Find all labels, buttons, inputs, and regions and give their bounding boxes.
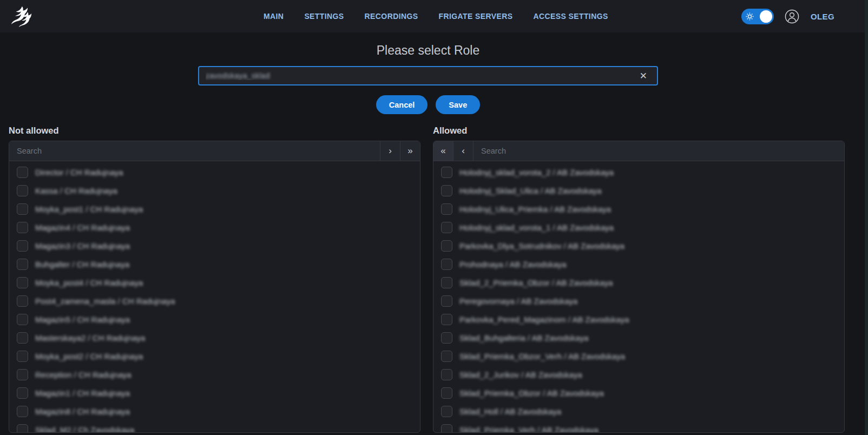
- item-label: Moyka_post1 / CH Radujnaya: [35, 205, 143, 214]
- toggle-knob: [760, 10, 772, 23]
- username-label[interactable]: OLEG: [811, 12, 834, 21]
- list-item[interactable]: Magazin1 / CH Radujnaya: [9, 384, 420, 402]
- list-item[interactable]: Sklad_M2 / Ch Zavodskaya: [9, 420, 420, 432]
- list-item[interactable]: Moyka_post2 / CH Radujnaya: [9, 347, 420, 365]
- item-checkbox[interactable]: [17, 332, 28, 344]
- user-avatar-icon[interactable]: [785, 9, 800, 24]
- item-checkbox[interactable]: [441, 222, 452, 233]
- item-label: Reception / CH Radujnaya: [35, 370, 131, 379]
- item-checkbox[interactable]: [441, 277, 452, 288]
- list-item[interactable]: Reception / CH Radujnaya: [9, 365, 420, 384]
- list-item[interactable]: Holodnyj_sklad_vorota_2 / AB Zavodskaya: [433, 163, 844, 181]
- list-item[interactable]: Post4_zamena_masla / CH Radujnaya: [9, 292, 420, 310]
- list-item[interactable]: Buhgalter / CH Radujnaya: [9, 255, 420, 273]
- list-item[interactable]: Sklad_2_Priemka_Obzor / AB Zavodskaya: [433, 273, 844, 292]
- item-checkbox[interactable]: [441, 314, 452, 325]
- app-logo-birds-icon[interactable]: [9, 4, 34, 28]
- item-label: Magazin4 / CH Radujnaya: [35, 223, 130, 232]
- item-checkbox[interactable]: [17, 406, 28, 417]
- list-item[interactable]: Magazin8 / CH Radujnaya: [9, 402, 420, 420]
- item-checkbox[interactable]: [441, 351, 452, 362]
- item-checkbox[interactable]: [441, 167, 452, 178]
- item-checkbox[interactable]: [17, 369, 28, 380]
- list-item[interactable]: Magazin4 / CH Radujnaya: [9, 218, 420, 236]
- move-selected-left-button[interactable]: ‹: [453, 141, 474, 161]
- nav-link[interactable]: SETTINGS: [304, 12, 344, 21]
- item-checkbox[interactable]: [441, 203, 452, 215]
- list-item[interactable]: Sklad_Holl / AB Zavodskaya: [433, 402, 844, 420]
- list-item[interactable]: Sklad_Priemka_Obzor_Verh / AB Zavodskaya: [433, 347, 844, 365]
- list-item[interactable]: Kassa / CH Radujnaya: [9, 181, 420, 200]
- list-item[interactable]: Magazin3 / CH Radujnaya: [9, 236, 420, 255]
- navbar-right-group: OLEG: [741, 0, 834, 32]
- nav-link[interactable]: ACCESS SETTINGS: [533, 12, 608, 21]
- list-item[interactable]: Masterskaya2 / CH Radujnaya: [9, 328, 420, 347]
- list-item[interactable]: Magazin5 / CH Radujnaya: [9, 310, 420, 328]
- item-checkbox[interactable]: [17, 185, 28, 196]
- item-checkbox[interactable]: [17, 277, 28, 288]
- cancel-button[interactable]: Cancel: [376, 95, 428, 114]
- list-item[interactable]: Sklad_Priemka_Verh / AB Zavodskaya: [433, 420, 844, 432]
- item-checkbox[interactable]: [441, 259, 452, 270]
- nav-link[interactable]: MAIN: [264, 12, 284, 21]
- list-item[interactable]: Parkovka_Pered_Magazinom / AB Zavodskaya: [433, 310, 844, 328]
- allowed-title: Allowed: [433, 126, 845, 136]
- item-label: Parkovka_Pered_Magazinom / AB Zavodskaya: [459, 315, 629, 324]
- item-checkbox[interactable]: [17, 167, 28, 178]
- item-checkbox[interactable]: [441, 295, 452, 307]
- list-item[interactable]: Sklad_2_Jurikov / AB Zavodskaya: [433, 365, 844, 384]
- list-item[interactable]: Moyka_post4 / CH Radujnaya: [9, 273, 420, 292]
- top-navbar: MAIN SETTINGS RECORDINGS FRIGATE SERVERS…: [0, 0, 868, 32]
- item-checkbox[interactable]: [441, 406, 452, 417]
- item-label: Masterskaya2 / CH Radujnaya: [35, 333, 145, 342]
- nav-link[interactable]: RECORDINGS: [365, 12, 418, 21]
- move-selected-right-button[interactable]: ›: [380, 141, 400, 161]
- list-item[interactable]: Peregovornaya / AB Zavodskaya: [433, 292, 844, 310]
- list-item[interactable]: Holodnyj_Sklad_Ulica / AB Zavodskaya: [433, 181, 844, 200]
- item-checkbox[interactable]: [17, 259, 28, 270]
- action-buttons: Cancel Save: [0, 95, 856, 114]
- item-checkbox[interactable]: [441, 387, 452, 399]
- item-checkbox[interactable]: [17, 424, 28, 433]
- item-checkbox[interactable]: [441, 332, 452, 344]
- theme-toggle[interactable]: [741, 9, 774, 24]
- item-label: Sklad_2_Priemka_Obzor / AB Zavodskaya: [459, 278, 613, 287]
- list-item[interactable]: Director / CH Radujnaya: [9, 163, 420, 181]
- item-label: Post4_zamena_masla / CH Radujnaya: [35, 296, 175, 306]
- item-checkbox[interactable]: [441, 369, 452, 380]
- list-item[interactable]: Sklad_Buhgalteria / AB Zavodskaya: [433, 328, 844, 347]
- item-checkbox[interactable]: [17, 222, 28, 233]
- item-label: Sklad_Holl / AB Zavodskaya: [459, 407, 561, 416]
- save-button[interactable]: Save: [436, 95, 480, 114]
- list-item[interactable]: Prohodnaya / AB Zavodskaya: [433, 255, 844, 273]
- item-checkbox[interactable]: [17, 240, 28, 252]
- item-label: Magazin8 / CH Radujnaya: [35, 407, 130, 416]
- item-checkbox[interactable]: [17, 387, 28, 399]
- main-content: Please select Role ✕ Cancel Save Not all…: [0, 43, 868, 433]
- clear-input-icon[interactable]: ✕: [636, 70, 650, 82]
- list-item[interactable]: Parkovka_Dlya_Sotrudnikov / AB Zavodskay…: [433, 236, 844, 255]
- list-item[interactable]: Moyka_post1 / CH Radujnaya: [9, 200, 420, 218]
- item-checkbox[interactable]: [441, 424, 452, 433]
- not-allowed-search-input[interactable]: [9, 141, 380, 161]
- allowed-search-input[interactable]: [474, 141, 844, 161]
- list-item[interactable]: Holodnyj_sklad_vorota_1 / AB Zavodskaya: [433, 218, 844, 236]
- list-item[interactable]: Sklad_Priemka_Obzor / AB Zavodskaya: [433, 384, 844, 402]
- item-checkbox[interactable]: [441, 240, 452, 252]
- item-label: Buhgalter / CH Radujnaya: [35, 260, 129, 269]
- item-checkbox[interactable]: [17, 314, 28, 325]
- item-checkbox[interactable]: [17, 351, 28, 362]
- item-checkbox[interactable]: [17, 295, 28, 307]
- item-checkbox[interactable]: [441, 185, 452, 196]
- item-label: Sklad_M2 / Ch Zavodskaya: [35, 425, 134, 433]
- move-all-left-button[interactable]: «: [433, 141, 453, 161]
- nav-link[interactable]: FRIGATE SERVERS: [439, 12, 513, 21]
- page-scrollbar[interactable]: [865, 0, 868, 435]
- list-item[interactable]: Holodnyj_Ulica_Priemka / AB Zavodskaya: [433, 200, 844, 218]
- item-label: Sklad_Priemka_Obzor / AB Zavodskaya: [459, 388, 604, 398]
- move-all-right-button[interactable]: »: [400, 141, 420, 161]
- item-label: Parkovka_Dlya_Sotrudnikov / AB Zavodskay…: [459, 241, 624, 251]
- item-checkbox[interactable]: [17, 203, 28, 215]
- role-input[interactable]: [206, 71, 636, 80]
- allowed-header: « ‹: [433, 141, 844, 161]
